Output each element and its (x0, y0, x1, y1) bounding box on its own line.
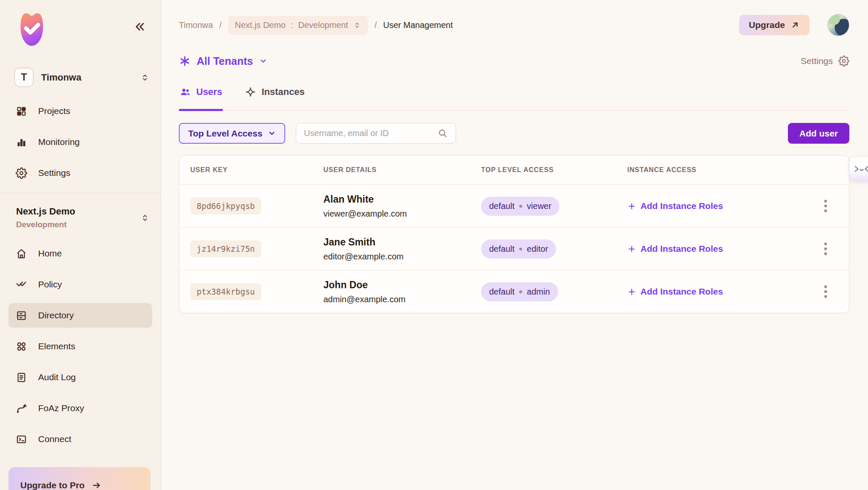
sidebar-item-foaz-proxy[interactable]: FoAz Proxy (8, 396, 152, 420)
tab-instances[interactable]: Instances (244, 86, 306, 110)
row-menu-button[interactable] (821, 239, 830, 258)
project-environment: Development (16, 220, 140, 229)
user-key[interactable]: jz14r9kzi75n (190, 240, 261, 257)
breadcrumb-workspace[interactable]: Timonwa (179, 20, 213, 30)
access-badge[interactable]: default viewer (481, 197, 559, 216)
badge-dot-icon (519, 290, 522, 293)
home-icon (16, 248, 27, 259)
tab-users[interactable]: Users (179, 86, 223, 110)
search-icon[interactable] (437, 128, 448, 139)
breadcrumb-separator: / (374, 20, 377, 30)
bar-chart-icon (16, 136, 27, 148)
sidebar-item-label: FoAz Proxy (38, 403, 84, 413)
breadcrumb-project: Next.js Demo (235, 20, 286, 30)
breadcrumb-page: User Management (383, 20, 453, 30)
column-header-instance-access: INSTANCE ACCESS (627, 166, 813, 174)
sidebar-item-label: Connect (38, 434, 71, 444)
add-instance-roles-link[interactable]: Add Instance Roles (627, 244, 723, 254)
user-search (296, 123, 456, 144)
gear-icon (16, 167, 27, 179)
sidebar-item-elements[interactable]: Elements (8, 334, 152, 359)
settings-link-label: Settings (801, 56, 833, 66)
plus-icon (627, 287, 636, 296)
table-header-row: USER KEY USER DETAILS TOP LEVEL ACCESS I… (179, 156, 849, 184)
upgrade-to-pro-banner[interactable]: Upgrade to Pro (8, 467, 150, 490)
sidebar-item-monitoring[interactable]: Monitoring (8, 130, 152, 154)
chevron-down-icon (268, 129, 276, 137)
add-instance-roles-label: Add Instance Roles (640, 201, 723, 211)
sparkle-icon (245, 86, 256, 97)
project-selector[interactable]: Next.js Demo Development (16, 206, 150, 229)
user-key[interactable]: ptx384krbgsu (190, 283, 261, 300)
badge-role: editor (527, 244, 548, 254)
sidebar-item-label: Directory (38, 310, 74, 320)
terminal-icon (16, 434, 27, 445)
column-header-user-details: USER DETAILS (323, 166, 481, 174)
add-instance-roles-link[interactable]: Add Instance Roles (627, 201, 723, 211)
sidebar-item-label: Home (38, 248, 62, 259)
breadcrumb-colon: : (291, 20, 293, 30)
sidebar: T Timonwa Projects (0, 0, 161, 490)
tenant-filter[interactable]: All Tenants (179, 55, 267, 67)
upgrade-button[interactable]: Upgrade (739, 15, 810, 35)
add-instance-roles-label: Add Instance Roles (640, 244, 723, 254)
sidebar-item-directory[interactable]: Directory (8, 303, 152, 328)
breadcrumb-environment: Development (298, 20, 348, 30)
chevron-up-down-icon (140, 213, 150, 223)
kebab-dots-icon (823, 285, 828, 298)
sidebar-item-policy[interactable]: Policy (8, 272, 152, 297)
user-name: John Doe (323, 279, 481, 291)
row-menu-button[interactable] (821, 282, 830, 301)
squint-face-icon (854, 165, 868, 173)
helper-widget-tab[interactable] (849, 157, 868, 181)
user-name: Jane Smith (323, 237, 481, 248)
sidebar-divider (0, 193, 161, 193)
users-table: USER KEY USER DETAILS TOP LEVEL ACCESS I… (179, 155, 849, 313)
sidebar-item-connect[interactable]: Connect (8, 427, 152, 451)
breadcrumb-project-env-selector[interactable]: Next.js Demo : Development (228, 16, 368, 35)
badge-role: admin (527, 287, 550, 297)
sidebar-item-label: Elements (38, 341, 75, 351)
badge-tenant: default (489, 201, 515, 211)
breadcrumb: Timonwa / Next.js Demo : Development / U… (179, 16, 453, 35)
user-email: editor@example.com (323, 252, 481, 262)
sidebar-item-projects[interactable]: Projects (8, 99, 152, 123)
user-key[interactable]: 8pd66jkpyqsb (190, 198, 261, 214)
kebab-dots-icon (823, 242, 828, 256)
sidebar-item-audit-log[interactable]: Audit Log (8, 365, 152, 390)
access-badge[interactable]: default editor (481, 239, 556, 259)
permit-logo-icon (16, 11, 47, 48)
main-content: Timonwa / Next.js Demo : Development / U… (161, 0, 868, 490)
chevron-up-down-icon (140, 73, 150, 82)
cabinet-icon (16, 310, 27, 321)
document-lines-icon (16, 372, 27, 383)
double-check-icon (16, 279, 27, 290)
people-icon (180, 86, 191, 97)
upgrade-to-pro-label: Upgrade to Pro (20, 480, 85, 490)
plus-icon (627, 245, 636, 253)
sidebar-item-home[interactable]: Home (8, 241, 152, 266)
workspace-avatar: T (14, 68, 33, 87)
add-instance-roles-link[interactable]: Add Instance Roles (627, 287, 723, 297)
project-nav: Home Policy Directory (8, 241, 152, 451)
chevron-up-down-icon (353, 21, 361, 29)
sidebar-item-label: Monitoring (38, 137, 80, 147)
access-badge[interactable]: default admin (481, 282, 558, 301)
top-level-access-dropdown[interactable]: Top Level Access (179, 123, 285, 144)
project-name: Next.js Demo (16, 206, 140, 217)
asterisk-icon (179, 55, 191, 67)
user-avatar[interactable] (827, 14, 849, 36)
row-menu-button[interactable] (821, 197, 830, 215)
sidebar-item-settings[interactable]: Settings (8, 161, 152, 185)
user-search-input[interactable] (304, 128, 437, 138)
plus-icon (627, 202, 636, 211)
arrow-right-icon (92, 480, 102, 490)
add-user-button[interactable]: Add user (788, 123, 849, 144)
kebab-dots-icon (823, 199, 828, 213)
workspace-selector[interactable]: T Timonwa (14, 68, 150, 87)
environment-settings-link[interactable]: Settings (801, 56, 849, 67)
badge-role: viewer (527, 201, 551, 211)
sidebar-collapse-button[interactable] (134, 20, 146, 33)
tenant-filter-label: All Tenants (197, 55, 253, 67)
sidebar-item-label: Policy (38, 279, 62, 290)
